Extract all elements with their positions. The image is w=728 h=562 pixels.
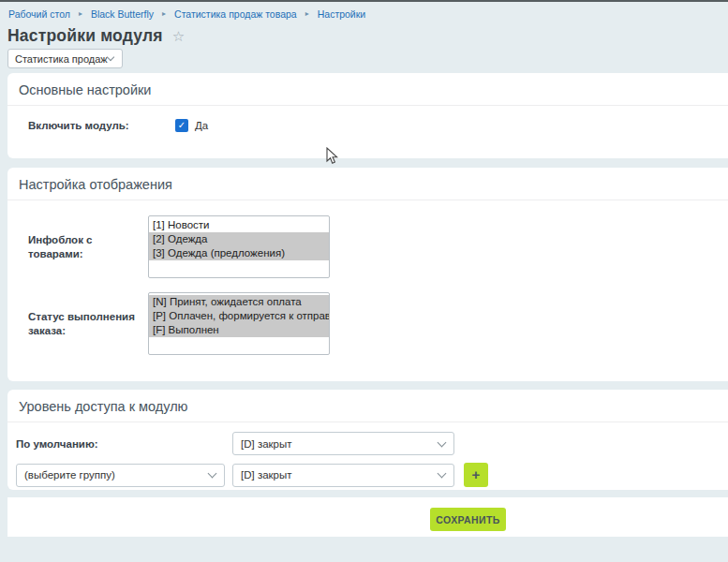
group-select[interactable]: (выберите группу)	[16, 464, 225, 487]
order-status-row: Статус выполнения заказа: [N] Принят, ож…	[7, 292, 728, 355]
iblock-listbox[interactable]: [1] Новости [2] Одежда [3] Одежда (предл…	[148, 215, 330, 278]
field-label: Инфоблок с товарами:	[28, 233, 148, 260]
chevron-down-icon	[438, 437, 447, 447]
group-access-select[interactable]: [D] закрыт	[232, 464, 454, 487]
top-border-line	[0, 0, 728, 2]
field-label: Статус выполнения заказа:	[28, 310, 148, 337]
listbox-option[interactable]: [F] Выполнен	[149, 323, 329, 337]
checkbox-label[interactable]: Да	[195, 120, 208, 131]
page-title-row: Настройки модуля ☆	[7, 26, 185, 46]
section-title: Настройка отображения	[7, 168, 728, 200]
breadcrumb-link-site[interactable]: Black Butterfly	[91, 8, 154, 20]
footer-bar: СОХРАНИТЬ	[7, 497, 728, 537]
chevron-down-icon	[107, 53, 114, 61]
breadcrumb-link-desktop[interactable]: Рабочий стол	[8, 8, 70, 20]
save-button[interactable]: СОХРАНИТЬ	[430, 508, 506, 531]
section-access: Уровень доступа к модулю По умолчанию: […	[7, 390, 728, 490]
enable-module-checkbox[interactable]: ✓	[175, 119, 188, 132]
breadcrumb: Рабочий стол ▸ Black Butterfly ▸ Статист…	[8, 8, 365, 20]
section-title: Уровень доступа к модулю	[7, 390, 728, 422]
add-group-access-button[interactable]: +	[464, 463, 488, 487]
favorite-star-icon[interactable]: ☆	[172, 29, 185, 43]
group-access-row: (выберите группу) [D] закрыт +	[7, 463, 728, 487]
section-general: Основные настройки Включить модуль: ✓ Да	[7, 73, 728, 158]
chevron-down-icon	[208, 469, 217, 479]
breadcrumb-link-module[interactable]: Статистика продаж товара	[174, 8, 297, 20]
section-display: Настройка отображения Инфоблок с товарам…	[7, 168, 728, 381]
default-access-select[interactable]: [D] закрыт	[232, 432, 454, 455]
listbox-option[interactable]: [1] Новости	[149, 218, 329, 232]
page-title: Настройки модуля	[7, 26, 163, 46]
enable-module-row: Включить модуль: ✓ Да	[7, 119, 728, 132]
module-settings-page: { "breadcrumb": { "items": ["Рабочий сто…	[0, 0, 728, 562]
order-status-listbox[interactable]: [N] Принят, ожидается оплата [P] Оплачен…	[148, 292, 330, 355]
enable-module-control: ✓ Да	[175, 119, 208, 132]
field-label: По умолчанию:	[16, 438, 232, 450]
listbox-option[interactable]: [2] Одежда	[149, 232, 329, 246]
chevron-right-icon: ▸	[79, 10, 82, 18]
chevron-right-icon: ▸	[305, 10, 309, 18]
breadcrumb-link-settings[interactable]: Настройки	[318, 8, 366, 20]
chevron-down-icon	[438, 469, 447, 479]
check-icon: ✓	[178, 121, 186, 130]
default-access-row: По умолчанию: [D] закрыт	[7, 432, 728, 455]
iblock-row: Инфоблок с товарами: [1] Новости [2] Оде…	[7, 215, 728, 278]
field-label: Включить модуль:	[28, 119, 148, 132]
listbox-option[interactable]: [3] Одежда (предложения)	[149, 246, 329, 260]
listbox-option[interactable]: [N] Принят, ожидается оплата	[149, 295, 329, 309]
listbox-option[interactable]: [P] Оплачен, формируется к отправке	[149, 309, 329, 323]
chevron-right-icon: ▸	[162, 10, 166, 18]
module-select[interactable]: Статистика продаж	[7, 49, 123, 68]
module-select-value: Статистика продаж	[15, 53, 108, 65]
group-select-value: (выберите группу)	[24, 469, 115, 481]
default-access-value: [D] закрыт	[241, 438, 292, 450]
group-access-value: [D] закрыт	[241, 469, 292, 481]
section-title: Основные настройки	[7, 73, 728, 106]
